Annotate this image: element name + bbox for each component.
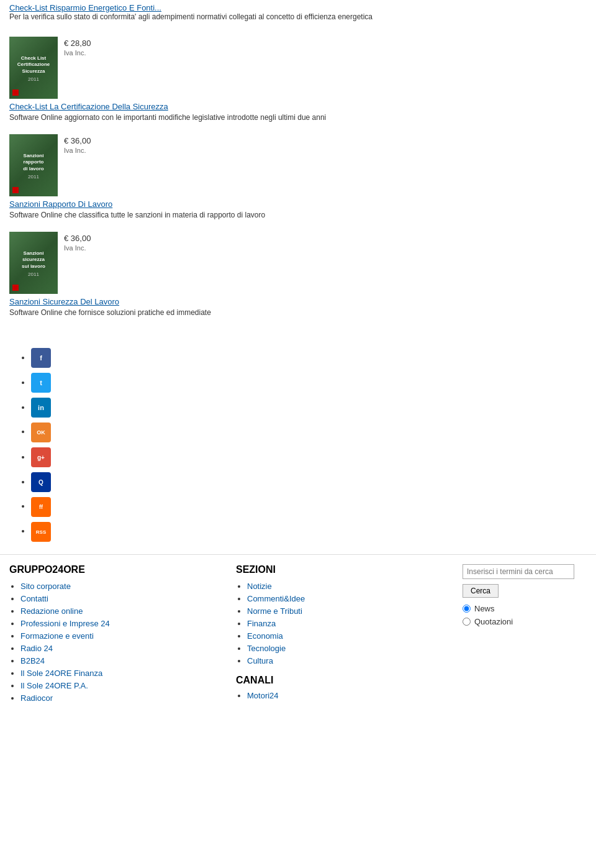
list-item: Il Sole 24ORE Finanza — [20, 669, 224, 678]
list-item: Radio 24 — [20, 644, 224, 653]
list-item: Contatti — [20, 594, 224, 603]
footer-section: GRUPPO24ORE Sito corporate Contatti Reda… — [0, 554, 596, 715]
canali-heading: CANALI — [236, 675, 450, 686]
product-img-year: 2011 — [28, 272, 39, 277]
linkedin-icon: in — [31, 398, 51, 418]
norme-tributi-link[interactable]: Norme e Tributi — [247, 606, 302, 616]
product-iva: Iva Inc. — [64, 244, 86, 252]
formazione-eventi-link[interactable]: Formazione e eventi — [20, 631, 94, 641]
contatti-link[interactable]: Contatti — [20, 594, 48, 603]
rss-link[interactable]: RSS — [31, 526, 51, 536]
list-item: Finanza — [247, 619, 450, 628]
list-item: Redazione online — [20, 606, 224, 616]
social-list-item: RSS — [31, 522, 596, 542]
linkedin-link[interactable]: in — [31, 403, 51, 412]
ok-icon: OK — [31, 423, 51, 442]
product-details: € 28,80 Iva Inc. — [64, 37, 91, 57]
facebook-link[interactable]: f — [31, 353, 51, 362]
ok-link[interactable]: OK — [31, 427, 51, 436]
list-item: Radiocor — [20, 693, 224, 703]
search-radio-group: News Quotazioni — [463, 604, 587, 626]
professioni-imprese-link[interactable]: Professioni e Imprese 24 — [20, 619, 110, 628]
list-item: Commenti&Idee — [247, 594, 450, 603]
news-radio[interactable] — [463, 605, 471, 613]
product-title-link[interactable]: Sanzioni Rapporto Di Lavoro — [9, 199, 587, 209]
product-details: € 36,00 Iva Inc. — [64, 134, 91, 155]
radiocor-link[interactable]: Radiocor — [20, 693, 53, 703]
twitter-link[interactable]: t — [31, 378, 51, 387]
friendfeed-icon: ff — [31, 497, 51, 517]
product-img-dot — [12, 187, 19, 193]
list-item: Professioni e Imprese 24 — [20, 619, 224, 628]
cultura-link[interactable]: Cultura — [247, 656, 273, 665]
radio24-link[interactable]: Radio 24 — [20, 644, 53, 653]
product-img-dot — [12, 285, 19, 291]
social-list-item: in — [31, 398, 596, 418]
qzone-icon: Q — [31, 472, 51, 492]
product-item: Sanzionisicurezzasul lavoro 2011 € 36,00… — [9, 232, 587, 317]
news-radio-label: News — [474, 604, 495, 613]
finanza-link[interactable]: Finanza — [247, 619, 276, 628]
tecnologie-link[interactable]: Tecnologie — [247, 644, 286, 653]
product-img-dot — [12, 89, 19, 96]
sezioni-heading: SEZIONI — [236, 564, 450, 575]
list-item: Sito corporate — [20, 582, 224, 591]
product-img-label: Sanzionisicurezzasul lavoro — [20, 249, 47, 272]
product-iva: Iva Inc. — [64, 147, 86, 154]
commenti-idee-link[interactable]: Commenti&Idee — [247, 594, 305, 603]
search-column: Cerca News Quotazioni — [463, 564, 587, 630]
sole24ore-pa-link[interactable]: Il Sole 24ORE P.A. — [20, 681, 88, 690]
gruppo24ore-heading: GRUPPO24ORE — [9, 564, 224, 575]
sezioni-column: SEZIONI Notizie Commenti&Idee Norme e Tr… — [236, 564, 450, 703]
notizie-link[interactable]: Notizie — [247, 582, 272, 591]
product-description: Software Online che fornisce soluzioni p… — [9, 308, 587, 317]
product-image-block: Check ListCertificazioneSicurezza 2011 €… — [9, 37, 587, 99]
product-img-label: Sanzionirapportodi lavoro — [21, 151, 45, 174]
page-wrapper: Check-List Risparmio Energetico E Fonti.… — [0, 0, 596, 715]
top-product-subtitle: Per la verifica sullo stato di conformit… — [9, 12, 587, 21]
qzone-link[interactable]: Q — [31, 477, 51, 487]
product-title-link[interactable]: Check-List La Certificazione Della Sicur… — [9, 102, 587, 111]
facebook-icon: f — [31, 348, 51, 368]
social-list-item: f — [31, 348, 596, 368]
social-section: f t in — [19, 348, 596, 542]
gruppo24ore-column: GRUPPO24ORE Sito corporate Contatti Reda… — [9, 564, 224, 706]
quotazioni-radio[interactable] — [463, 618, 471, 626]
social-list-item: Q — [31, 472, 596, 492]
twitter-icon: t — [31, 373, 51, 393]
list-item: Formazione e eventi — [20, 631, 224, 641]
sole24ore-finanza-link[interactable]: Il Sole 24ORE Finanza — [20, 669, 102, 678]
sito-corporate-link[interactable]: Sito corporate — [20, 582, 71, 591]
googleplus-icon: g+ — [31, 447, 51, 467]
quotazioni-radio-item: Quotazioni — [463, 617, 587, 626]
rss-icon: RSS — [31, 522, 51, 542]
list-item: Tecnologie — [247, 644, 450, 653]
quotazioni-radio-label: Quotazioni — [474, 617, 513, 626]
list-item: Il Sole 24ORE P.A. — [20, 681, 224, 690]
search-input[interactable] — [463, 564, 574, 579]
redazione-online-link[interactable]: Redazione online — [20, 606, 83, 616]
product-item: Check ListCertificazioneSicurezza 2011 €… — [9, 37, 587, 122]
canali-list: Motori24 — [247, 691, 450, 700]
economia-link[interactable]: Economia — [247, 631, 283, 641]
b2b24-link[interactable]: B2B24 — [20, 656, 45, 665]
products-list: Check ListCertificazioneSicurezza 2011 €… — [0, 30, 596, 336]
friendfeed-link[interactable]: ff — [31, 501, 51, 511]
googleplus-link[interactable]: g+ — [31, 452, 51, 462]
product-image-block: Sanzionirapportodi lavoro 2011 € 36,00 I… — [9, 134, 587, 196]
product-img-label: Check ListCertificazioneSicurezza — [16, 53, 52, 76]
motori24-link[interactable]: Motori24 — [247, 691, 279, 700]
social-list-item: t — [31, 373, 596, 393]
search-button[interactable]: Cerca — [463, 584, 499, 598]
top-product-title-link[interactable]: Check-List Risparmio Energetico E Fonti.… — [9, 3, 161, 12]
product-img-year: 2011 — [28, 174, 39, 180]
list-item: B2B24 — [20, 656, 224, 665]
list-item: Notizie — [247, 582, 450, 591]
product-image: Sanzionisicurezzasul lavoro 2011 — [9, 232, 58, 294]
product-details: € 36,00 Iva Inc. — [64, 232, 91, 252]
product-iva: Iva Inc. — [64, 49, 86, 57]
list-item: Economia — [247, 631, 450, 641]
list-item: Motori24 — [247, 691, 450, 700]
product-image-block: Sanzionisicurezzasul lavoro 2011 € 36,00… — [9, 232, 587, 294]
product-title-link[interactable]: Sanzioni Sicurezza Del Lavoro — [9, 297, 587, 306]
